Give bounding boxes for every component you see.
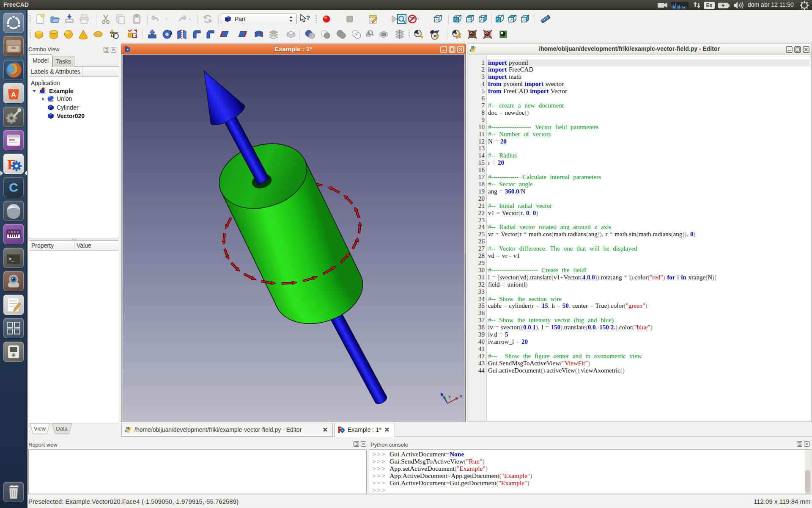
svg-text:View: View <box>34 425 46 432</box>
svg-text:Y: Y <box>448 395 451 399</box>
svg-text:Es: Es <box>706 3 713 8</box>
svg-text:X: X <box>460 394 462 398</box>
svg-text:Data: Data <box>56 425 68 432</box>
svg-text:?: ? <box>306 14 310 21</box>
